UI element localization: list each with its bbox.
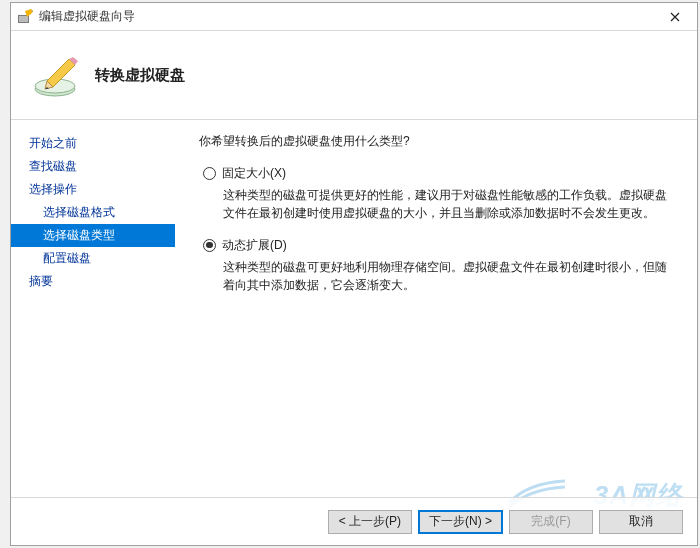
radio-icon — [203, 167, 216, 180]
svg-rect-1 — [19, 16, 28, 22]
nav-before-begin[interactable]: 开始之前 — [11, 132, 175, 155]
prev-button[interactable]: < 上一步(P) — [328, 510, 412, 534]
wizard-title: 转换虚拟硬盘 — [95, 66, 185, 85]
nav-summary[interactable]: 摘要 — [11, 270, 175, 293]
radio-label: 动态扩展(D) — [222, 236, 287, 254]
radio-fixed-size[interactable]: 固定大小(X) 这种类型的磁盘可提供更好的性能，建议用于对磁盘性能敏感的工作负载… — [203, 164, 667, 222]
wizard-body: 开始之前 查找磁盘 选择操作 选择磁盘格式 选择磁盘类型 配置磁盘 摘要 你希望… — [11, 120, 697, 497]
cancel-button[interactable]: 取消 — [599, 510, 683, 534]
window-title: 编辑虚拟硬盘向导 — [39, 8, 653, 25]
disk-type-radio-group: 固定大小(X) 这种类型的磁盘可提供更好的性能，建议用于对磁盘性能敏感的工作负载… — [203, 164, 667, 294]
nav-locate-disk[interactable]: 查找磁盘 — [11, 155, 175, 178]
close-button[interactable] — [653, 3, 697, 31]
nav-choose-action[interactable]: 选择操作 — [11, 178, 175, 201]
radio-description: 这种类型的磁盘可提供更好的性能，建议用于对磁盘性能敏感的工作负载。虚拟硬盘文件在… — [223, 186, 667, 222]
nav-choose-format[interactable]: 选择磁盘格式 — [11, 201, 175, 224]
finish-button: 完成(F) — [509, 510, 593, 534]
content-question: 你希望转换后的虚拟硬盘使用什么类型? — [199, 132, 667, 150]
radio-dynamic-expanding[interactable]: 动态扩展(D) 这种类型的磁盘可更好地利用物理存储空间。虚拟硬盘文件在最初创建时… — [203, 236, 667, 294]
nav-choose-type[interactable]: 选择磁盘类型 — [11, 224, 175, 247]
radio-description: 这种类型的磁盘可更好地利用物理存储空间。虚拟硬盘文件在最初创建时很小，但随着向其… — [223, 258, 667, 294]
wizard-footer: < 上一步(P) 下一步(N) > 完成(F) 取消 — [11, 497, 697, 545]
wizard-window: 编辑虚拟硬盘向导 转换虚拟硬盘 开始之前 查找磁盘 选择操作 选择磁盘格式 — [10, 2, 698, 546]
close-icon — [670, 12, 680, 22]
wizard-header: 转换虚拟硬盘 — [11, 31, 697, 120]
app-icon — [17, 9, 33, 25]
wizard-nav: 开始之前 查找磁盘 选择操作 选择磁盘格式 选择磁盘类型 配置磁盘 摘要 — [11, 120, 175, 497]
next-button[interactable]: 下一步(N) > — [418, 510, 503, 534]
wizard-content: 你希望转换后的虚拟硬盘使用什么类型? 固定大小(X) 这种类型的磁盘可提供更好的… — [175, 120, 697, 497]
radio-icon — [203, 239, 216, 252]
radio-label: 固定大小(X) — [222, 164, 286, 182]
pencil-disk-icon — [29, 49, 81, 101]
titlebar: 编辑虚拟硬盘向导 — [11, 3, 697, 31]
nav-configure-disk[interactable]: 配置磁盘 — [11, 247, 175, 270]
